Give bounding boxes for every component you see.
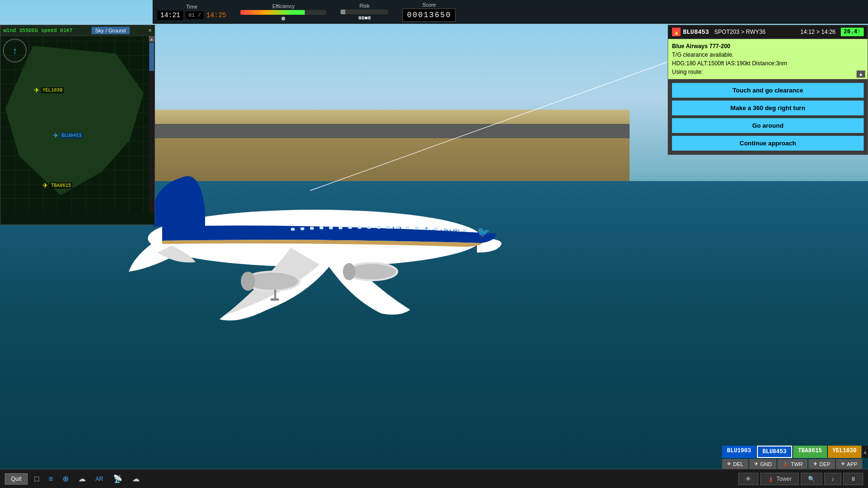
freq-gnd[interactable]: ✈ GND [749, 459, 776, 469]
svg-text:blue airways: blue airways [391, 224, 460, 239]
toolbar-right: 👁 🗼 Tower 🔍 ♪ ⏸ [738, 473, 868, 485]
dep-icon: ✈ [813, 461, 817, 467]
fire-icon: 🔥 [672, 28, 681, 36]
flight-tag-tba8615[interactable]: TBA8615 [793, 446, 827, 458]
atc-callsign[interactable]: BLU8453 [683, 29, 709, 36]
risk-value: 00■0 [358, 15, 371, 21]
quit-button[interactable]: Quit [5, 473, 28, 485]
info-scroll-btn[interactable]: ▲ [857, 71, 865, 78]
flight-tag-blu8453[interactable]: BLU8453 [757, 446, 792, 458]
aircraft-marker-blu8453[interactable]: ✈ BLU8453 [53, 132, 83, 139]
flight-tag-yel1030[interactable]: YEL1030 [828, 446, 861, 458]
svg-rect-29 [274, 290, 276, 299]
freq-del[interactable]: ✈ DEL [722, 459, 748, 469]
radar-scroll-thumb[interactable] [149, 42, 154, 71]
freq-twr[interactable]: 🗼 TWR [777, 459, 807, 469]
aircraft-marker-yel1030[interactable]: ✈ YEL1030 [34, 86, 64, 94]
radar-scroll-top[interactable]: ▲ [149, 36, 155, 42]
go-around-button[interactable]: Go around [672, 118, 864, 133]
svg-rect-10 [367, 226, 371, 229]
app-label: APP [847, 461, 858, 467]
radar-panel: wind 355DEG speed 01KT Sky / Ground × ↑ … [0, 25, 155, 225]
hud-risk-section: Risk 00■0 [341, 3, 388, 21]
atc-time-range: 14:12 > 14:26 [800, 29, 836, 35]
gnd-icon: ✈ [754, 461, 758, 467]
bottom-strip: BLU1903 BLU8453 TBA8615 YEL1030 ▲ ✈ DEL … [722, 446, 868, 469]
blu8453-label: BLU8453 [60, 132, 83, 139]
runway [153, 124, 630, 138]
tba8615-icon: ✈ [42, 182, 48, 189]
strip-scroll[interactable]: ▲ [863, 449, 868, 455]
flight-tags-row: BLU1903 BLU8453 TBA8615 YEL1030 ▲ [722, 446, 868, 458]
aircraft-marker-tba8615[interactable]: ✈ TBA8615 [42, 182, 72, 189]
time-label: Time [186, 4, 197, 10]
tower-label: Tower [776, 476, 792, 482]
toolbar-icon-layers[interactable]: ⊕ [60, 472, 72, 485]
hud-time-section: Time 14:21 01 / 14:25 [157, 4, 226, 20]
svg-point-26 [343, 263, 355, 280]
svg-rect-12 [386, 226, 390, 229]
del-label: DEL [733, 461, 743, 467]
touch-go-button[interactable]: Touch and go clearance [672, 83, 864, 98]
pause-button[interactable]: ⏸ [843, 473, 863, 485]
svg-rect-30 [270, 298, 279, 301]
risk-bar-fill [341, 10, 345, 14]
music-button[interactable]: ♪ [824, 473, 841, 485]
svg-rect-4 [310, 227, 314, 230]
radar-grid [0, 36, 155, 213]
flight-tag-blu1903[interactable]: BLU1903 [722, 446, 755, 458]
toolbar-icon-ar[interactable]: AR [93, 474, 106, 484]
hud-efficiency-section: Efficiency [240, 3, 326, 20]
tower-button[interactable]: 🗼 Tower [760, 473, 799, 485]
freq-dep[interactable]: ✈ DEP [808, 459, 835, 469]
radar-map[interactable]: ↑ ✈ YEL1030 ✈ BLU8453 ✈ TBA8615 ▲ [0, 36, 155, 213]
del-icon: ✈ [727, 461, 731, 467]
risk-label: Risk [360, 3, 370, 9]
toolbar-icon-weather[interactable]: ☁ [129, 472, 143, 485]
toolbar-icon-signal[interactable]: 📡 [110, 472, 125, 485]
toolbar-left: Quit □ ≡ ⊕ ☁ AR 📡 ☁ [0, 472, 147, 485]
radar-scrollbar[interactable]: ▲ [149, 36, 155, 213]
freq-app[interactable]: ✈ APP [836, 459, 862, 469]
toolbar-icon-radar[interactable]: ≡ [46, 473, 56, 485]
radar-wind-info: wind 355DEG speed 01KT [3, 28, 72, 33]
svg-rect-8 [348, 226, 352, 229]
camera-button[interactable]: 👁 [738, 473, 758, 485]
turn-360-button[interactable]: Make a 360 deg right turn [672, 101, 864, 115]
toolbar-icon-window[interactable]: □ [31, 473, 42, 485]
atc-panel: 🔥 BLU8453 SPOT203 > RWY36 14:12 > 14:26 … [668, 25, 868, 155]
blu8453-icon: ✈ [53, 132, 59, 139]
continue-approach-button[interactable]: Continue approach [672, 136, 864, 151]
efficiency-bar-bg [240, 10, 326, 15]
yel1030-icon: ✈ [34, 86, 40, 94]
svg-text:🐦: 🐦 [477, 226, 490, 239]
airplane-svg: blue airways 🐦 [124, 138, 506, 329]
compass-arrow: ↑ [12, 45, 17, 56]
gnd-label: GND [760, 461, 772, 467]
search-button[interactable]: 🔍 [801, 473, 822, 485]
time-decimals: 01 / [186, 11, 204, 19]
time-target: 14:25 [206, 11, 226, 19]
svg-point-23 [241, 272, 255, 291]
yel1030-label: YEL1030 [41, 87, 64, 93]
svg-rect-11 [377, 226, 381, 229]
tba8615-label: TBA8615 [50, 183, 72, 189]
efficiency-label: Efficiency [272, 3, 295, 9]
clearance-info: T/G clearance available. [672, 51, 864, 59]
twr-icon: 🗼 [782, 461, 789, 467]
hud-score-section: Score 00013650 [403, 2, 455, 22]
risk-bar-bg [341, 10, 388, 14]
toolbar-icon-comms[interactable]: ☁ [75, 472, 89, 485]
radar-close-button[interactable]: × [148, 27, 152, 34]
search-icon: 🔍 [808, 476, 815, 482]
top-hud: Time 14:21 01 / 14:25 Efficiency Risk 00… [153, 0, 868, 24]
efficiency-bar-fill [240, 10, 305, 15]
compass: ↑ [3, 39, 27, 62]
svg-rect-7 [339, 226, 342, 229]
svg-rect-20 [463, 229, 466, 232]
svg-rect-5 [320, 226, 323, 229]
sky-ground-button[interactable]: Sky / Ground [92, 27, 130, 34]
flight-info: HDG:180 ALT:1500ft IAS:190kt Distance:3n… [672, 59, 864, 68]
atc-timer: 26.4↑ [841, 28, 864, 36]
score-number: 13650 [424, 11, 451, 20]
